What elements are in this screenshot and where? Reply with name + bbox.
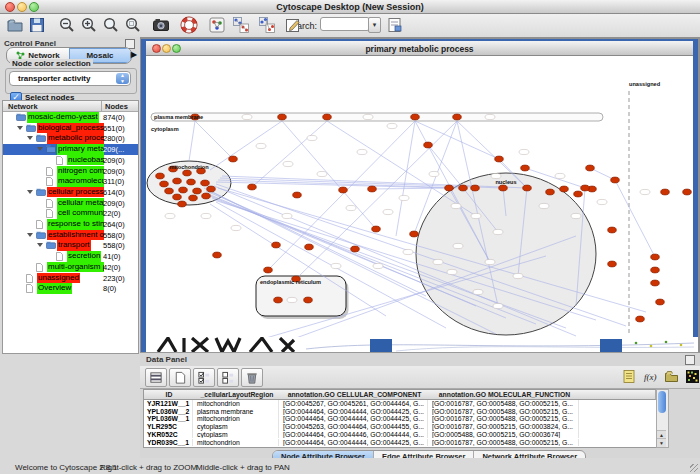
network-node[interactable] [411,114,420,120]
layout-nodes2-icon[interactable] [258,16,276,34]
network-node[interactable] [608,227,617,233]
network-node[interactable] [178,201,187,207]
zoom-in-icon[interactable] [80,16,98,34]
table-row[interactable]: YJR121W__1mitochondrion[GO:0045267, GO:0… [144,400,655,408]
network-node[interactable] [179,187,188,193]
tree-expander-icon[interactable] [27,233,33,237]
network-node[interactable] [339,187,348,193]
network-node[interactable] [202,193,211,199]
network-node[interactable] [521,165,530,171]
tree-col-nodes[interactable]: Nodes [105,102,128,111]
network-node[interactable] [636,316,645,322]
node-color-select[interactable]: transporter activity ▲▼ [9,71,131,86]
resize-grip[interactable] [690,464,698,472]
import-table-icon[interactable] [662,368,680,385]
network-node[interactable] [574,191,583,197]
search-dropdown-icon[interactable]: ▾ [368,17,381,33]
table-header-3[interactable]: annotation.GO MOLECULAR_FUNCTION [429,390,581,400]
tree-row[interactable]: primary metabo209(... [3,144,138,155]
tree-expander-icon[interactable] [37,147,43,151]
network-node[interactable] [272,242,281,248]
network-canvas[interactable]: plasma membranecytoplasmmitochondrionnuc… [146,56,693,338]
network-node[interactable] [305,244,314,250]
camera-icon[interactable] [152,16,170,34]
network-node[interactable] [213,252,222,258]
table-row[interactable]: YPL036W__1mitochondrion[GO:0044464, GO:0… [144,415,655,423]
zoom-out-icon[interactable] [58,16,76,34]
tree-col-network[interactable]: Network [8,102,38,111]
layout-nodes-icon[interactable] [232,16,250,34]
tree-row[interactable]: multi-organism pro42(0) [3,262,138,273]
table-header-0[interactable]: ID [144,390,195,400]
network-node[interactable] [453,114,462,120]
network-node[interactable] [156,173,165,179]
network-node[interactable] [581,185,590,191]
network-node[interactable] [368,186,377,192]
tree-expander-icon[interactable] [17,126,23,130]
network-node[interactable] [187,179,196,185]
network-node[interactable] [656,299,665,305]
network-window-titlebar[interactable]: primary metabolic process [146,41,693,56]
network-node[interactable] [160,181,169,187]
network-node[interactable] [546,189,555,195]
network-node[interactable] [293,192,302,198]
network-node[interactable] [304,297,313,303]
table-row[interactable]: YLR295Ccytoplasm[GO:0045263, GO:0044464,… [144,423,655,431]
open-icon[interactable] [6,16,24,34]
network-node[interactable] [495,156,504,162]
table-row[interactable]: YKR052Ccytoplasm[GO:0044464, GO:0044446,… [144,431,655,439]
tree-expander-icon[interactable] [27,136,33,140]
help-ring-icon[interactable] [180,16,198,34]
tree-expander-icon[interactable] [27,190,33,194]
network-node[interactable] [248,184,257,190]
network-node[interactable] [410,231,419,237]
region-nucleus[interactable] [416,173,596,335]
formula-icon[interactable]: f(x) [641,368,659,385]
network-node[interactable] [165,188,174,194]
region-plasma-membrane[interactable] [151,113,603,121]
select-attributes-icon[interactable] [145,368,167,387]
tree-row[interactable]: unassigned223(0) [3,273,138,284]
data-panel-float-icon[interactable] [685,355,695,365]
search-input[interactable] [320,17,370,31]
tree-row[interactable]: establishment of lo558(0) [3,230,138,241]
table-row[interactable]: YPL036W__2plasma membrane[GO:0044464, GO… [144,408,655,416]
network-node[interactable] [651,254,660,260]
edit-network-icon[interactable] [386,16,404,34]
scroll-down-icon[interactable]: ▼ [657,438,666,447]
unselect-all-attributes-icon[interactable] [217,368,239,387]
network-node[interactable] [264,267,273,273]
network-node[interactable] [193,188,202,194]
new-attribute-icon[interactable] [169,368,191,387]
network-node[interactable] [207,186,216,192]
network-node[interactable] [560,186,569,192]
tree-row[interactable]: cellular process614(0) [3,187,138,198]
network-node[interactable] [586,165,595,171]
network-node[interactable] [611,177,620,183]
tree-row[interactable]: mosaic-demo-yeast874(0) [3,112,138,123]
tree-row[interactable]: macromolecule311(0) [3,176,138,187]
network-node[interactable] [651,267,660,273]
scrollbar-thumb[interactable] [658,391,666,413]
tree-row[interactable]: transport558(0) [3,240,138,251]
vizmapper-icon[interactable] [208,16,226,34]
tab-overflow-arrow-icon[interactable]: ▶ [131,50,137,59]
network-node[interactable] [424,142,433,148]
table-header-2[interactable]: annotation.GO CELLULAR_COMPONENT [280,390,430,400]
network-node[interactable] [201,180,210,186]
network-node[interactable] [651,280,660,286]
network-node[interactable] [278,114,287,120]
network-node[interactable] [173,194,182,200]
tree-row[interactable]: metabolic process280(0) [3,133,138,144]
network-node[interactable] [683,189,692,195]
annotation-icon[interactable] [284,16,302,34]
network-node[interactable] [274,297,283,303]
network-node[interactable] [183,170,192,176]
network-node[interactable] [445,185,454,191]
network-node[interactable] [661,189,670,195]
network-node[interactable] [229,156,238,162]
zoom-fit-icon[interactable] [102,16,120,34]
network-node[interactable] [523,185,532,191]
tree-expander-icon[interactable] [37,243,43,247]
tree-row[interactable]: biological_process651(0) [3,123,138,134]
